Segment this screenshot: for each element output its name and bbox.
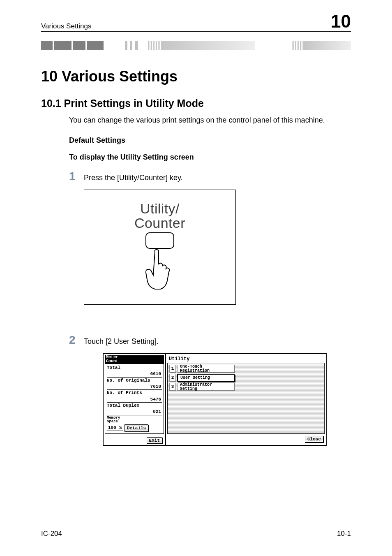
memory-space-label: Memory Space xyxy=(107,416,120,424)
section-intro-text: You can change the various print setting… xyxy=(69,115,351,125)
step-2: 2 Touch [2 User Setting]. xyxy=(69,334,351,347)
total-value: 6610 xyxy=(107,371,162,377)
decorative-strip xyxy=(41,41,351,50)
menu-2-user-setting[interactable]: User Setting xyxy=(177,374,235,382)
utility-panel-title: Utility xyxy=(167,355,325,363)
step-1-text: Press the [Utility/Counter] key. xyxy=(84,174,183,182)
menu-2-number[interactable]: 2 xyxy=(169,374,176,382)
menu-3-administrator-setting[interactable]: Administrator Setting xyxy=(177,383,235,391)
chapter-title: 10 Various Settings xyxy=(41,68,351,85)
header-left-text: Various Settings xyxy=(41,22,92,30)
touchscreen-screenshot: Meter Count Total 6610 No. of Originals … xyxy=(103,353,327,446)
memory-percent: 100 % xyxy=(107,425,123,431)
step-2-number: 2 xyxy=(69,334,84,347)
close-button[interactable]: Close xyxy=(305,436,323,442)
meter-count-panel: Meter Count Total 6610 No. of Originals … xyxy=(104,354,166,445)
menu-3-number[interactable]: 3 xyxy=(169,383,176,391)
exit-button[interactable]: Exit xyxy=(147,437,162,444)
footer-left: IC-204 xyxy=(41,530,62,538)
running-header: Various Settings 10 xyxy=(41,12,351,32)
header-chapter-number: 10 xyxy=(331,12,351,30)
originals-label: No. of Originals xyxy=(107,378,162,383)
utility-key-label-line1: Utility/ xyxy=(140,202,180,216)
meter-count-header: Meter Count xyxy=(105,355,164,364)
page-footer: IC-204 10-1 xyxy=(41,527,351,538)
step-1: 1 Press the [Utility/Counter] key. xyxy=(69,170,351,183)
prints-value: 5476 xyxy=(107,396,162,403)
prints-label: No. of Prints xyxy=(107,390,162,396)
menu-1-number[interactable]: 1 xyxy=(169,365,176,373)
utility-menu-panel: Utility 1 One-Touch Registration 2 User … xyxy=(166,354,326,445)
subsection-default-settings: Default Settings xyxy=(69,136,351,145)
key-button-shape xyxy=(145,232,174,249)
step-1-number: 1 xyxy=(69,170,84,183)
duplex-label: Total Duplex xyxy=(107,403,162,408)
footer-right: 10-1 xyxy=(337,530,351,538)
step-2-text: Touch [2 User Setting]. xyxy=(84,337,159,346)
details-button[interactable]: Details xyxy=(125,424,148,432)
duplex-value: 821 xyxy=(107,409,162,415)
utility-counter-illustration: Utility/ Counter xyxy=(84,190,236,305)
originals-value: 7618 xyxy=(107,384,162,390)
utility-key-label-line2: Counter xyxy=(134,216,185,231)
menu-1-one-touch-registration[interactable]: One-Touch Registration xyxy=(177,365,235,373)
hand-icon xyxy=(139,248,180,293)
subsection-to-display: To display the Utility Setting screen xyxy=(69,153,351,162)
section-title: 10.1 Print Settings in Utility Mode xyxy=(41,97,351,109)
total-label: Total xyxy=(107,365,162,371)
